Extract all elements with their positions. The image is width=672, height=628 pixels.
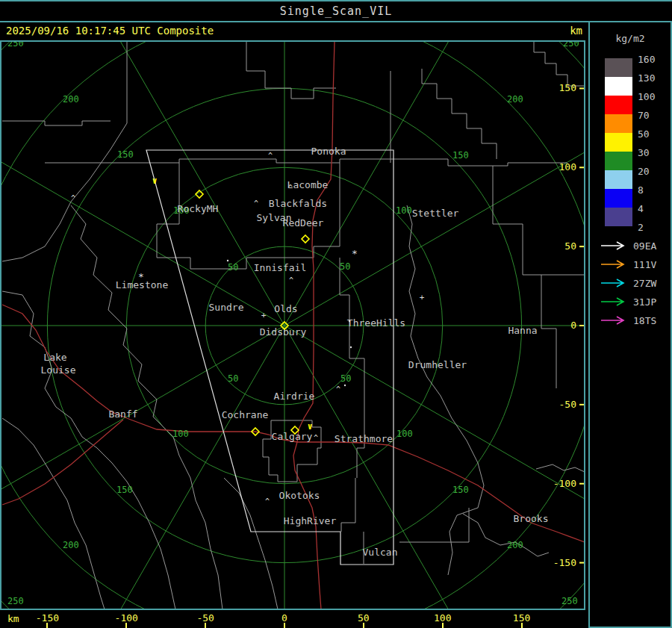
bottom-axis-tick <box>125 623 127 628</box>
legend-color-cell <box>605 170 632 189</box>
range-ring-label: 150 <box>452 150 469 161</box>
range-ring-label: 200 <box>507 94 523 105</box>
city-label: Brooks <box>514 513 549 524</box>
legend-threshold-value: 30 <box>638 147 650 157</box>
county-boundary <box>2 121 111 125</box>
range-ring-label: 100 <box>396 429 413 439</box>
right-axis-label: 50 <box>564 240 576 252</box>
range-ring-label: 200 <box>63 94 79 105</box>
city-label: Stettler <box>412 208 459 219</box>
city-label: Olds <box>274 303 297 314</box>
bottom-axis-tick <box>442 623 444 628</box>
legend-color-cell <box>605 58 632 77</box>
azimuth-spoke <box>284 326 584 530</box>
right-axis-label: -150 <box>553 557 576 568</box>
range-ring-label: 50 <box>340 373 351 384</box>
city-label: RedDeer <box>283 217 324 228</box>
18ts-arrow-icon <box>600 315 629 327</box>
bottom-axis-tick <box>46 623 48 628</box>
radar-site-id: 31JP <box>633 296 656 308</box>
town-caret-marker: ^ <box>268 152 273 160</box>
legend-threshold-value: 8 <box>638 184 644 194</box>
legend-threshold-value: 160 <box>638 54 655 63</box>
legend-threshold-value: 4 <box>638 203 644 213</box>
radar-site-id: 18TS <box>633 315 656 326</box>
legend-color-cell <box>605 77 632 96</box>
km-unit-label-top: km <box>570 25 582 37</box>
scan-timestamp: 2025/09/16 10:17:45 UTC Composite <box>6 25 214 37</box>
legend-threshold-value: 130 <box>638 72 655 82</box>
azimuth-spoke <box>80 42 284 326</box>
range-ring-label: 250 <box>7 596 24 606</box>
town-caret-marker: ^ <box>265 497 270 506</box>
range-ring-label: 50 <box>340 261 350 272</box>
dot-marker <box>344 385 346 386</box>
range-ring-label: 150 <box>116 485 133 495</box>
county-boundary <box>422 69 497 159</box>
town-caret-marker: ^ <box>289 276 293 285</box>
city-label: Innisfail <box>254 262 306 273</box>
county-boundary <box>2 418 105 609</box>
legend-color-cell <box>605 114 632 133</box>
city-label: HighRiver <box>284 515 337 526</box>
legend-panel: kg/m2 16013010070503020842 09EA111V27ZW3… <box>588 21 672 628</box>
range-ring-label: 150 <box>117 149 134 160</box>
legend-threshold-value: 50 <box>638 128 650 138</box>
dot-marker <box>350 346 352 348</box>
radar-site-diamond <box>302 235 309 243</box>
town-caret-marker: ^ <box>71 194 75 202</box>
bottom-axis-label: 50 <box>358 612 370 624</box>
right-axis-label: 0 <box>570 320 576 331</box>
city-label: Drumheller <box>408 359 467 370</box>
county-boundary <box>2 291 175 609</box>
legend-threshold-value: 20 <box>638 166 650 175</box>
town-caret-marker: ^ <box>314 434 318 442</box>
legend-color-cell <box>605 189 632 208</box>
city-label: Okotoks <box>279 490 320 501</box>
status-row: 2025/09/16 10:17:45 UTC Composite km <box>0 22 587 40</box>
bottom-axis-label: -100 <box>115 612 138 624</box>
right-axis-label: 100 <box>559 161 576 172</box>
plus-marker: + <box>420 293 425 302</box>
azimuth-spoke <box>1 121 284 326</box>
county-boundary <box>541 275 556 388</box>
highway-line <box>297 442 584 542</box>
31jp-arrow-icon <box>600 296 629 308</box>
star-marker: * <box>352 248 358 259</box>
highway-line <box>2 420 123 505</box>
legend-threshold-value: 100 <box>638 91 655 101</box>
county-boundary <box>536 464 584 472</box>
town-caret-marker: ^ <box>254 199 258 208</box>
range-ring-label: 50 <box>228 262 238 273</box>
county-boundary <box>71 205 223 609</box>
range-ring-label: 250 <box>563 42 579 49</box>
range-ring-label: 200 <box>507 540 523 550</box>
111v-arrow-icon <box>600 259 629 271</box>
right-axis-label: -50 <box>559 399 576 410</box>
27zw-arrow-icon <box>600 278 629 290</box>
range-ring-label: 50 <box>228 373 238 384</box>
storm-vector-arrow: ∨ <box>152 175 157 186</box>
bottom-axis-label: -50 <box>196 612 214 624</box>
range-ring-label: 150 <box>452 485 469 495</box>
county-boundary <box>2 42 127 261</box>
county-boundary <box>224 478 278 609</box>
city-label: Banff <box>108 408 137 420</box>
radar-map-viewport[interactable]: 5010015020025050100150200250501001502002… <box>0 40 585 610</box>
city-label: Hanna <box>508 325 537 336</box>
county-boundary <box>340 258 364 478</box>
city-label: Blackfalds <box>269 198 327 209</box>
bottom-axis-tick <box>363 623 364 628</box>
legend-color-cell <box>605 96 632 114</box>
city-label: ThreeHills <box>347 317 405 329</box>
09ea-arrow-icon <box>600 240 629 252</box>
city-label: Airdrie <box>274 391 315 402</box>
county-boundary <box>399 508 469 542</box>
county-boundary <box>493 166 584 275</box>
town-caret-marker: ^ <box>288 184 293 192</box>
legend-units-label: kg/m2 <box>590 33 671 44</box>
range-ring-label: 250 <box>7 42 24 49</box>
radar-app-window: Single_Scan_VIL 2025/09/16 10:17:45 UTC … <box>0 0 672 628</box>
plus-marker: + <box>261 311 267 320</box>
bottom-axis-label: 0 <box>281 612 287 624</box>
